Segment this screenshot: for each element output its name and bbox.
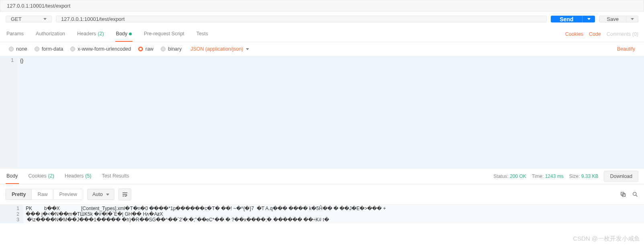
line-number: 1 [0,57,14,63]
beautify-link[interactable]: Beautify [617,46,635,52]
seg-pretty[interactable]: Pretty [6,189,31,200]
tab-headers[interactable]: Headers (2) [76,27,105,42]
headers-count: (2) [98,31,104,37]
save-button[interactable]: Save [599,16,626,22]
chevron-down-icon [587,18,591,20]
wrap-icon [122,191,128,198]
chevron-down-icon [43,18,47,20]
top-url-text: 127.0.0.1:10001/test/export [7,3,70,9]
status-label: Status: [493,174,508,179]
url-value: 127.0.0.1:10001/test/export [61,16,125,22]
resp-content[interactable]: PK b��X [Content_Types].xml�T�n�0 ����*1… [23,205,644,223]
tab-prerequest[interactable]: Pre-request Script [143,27,185,42]
body-type-row: none form-data x-www-form-urlencoded raw… [0,42,644,56]
response-toolbar: Pretty Raw Preview Auto [0,184,644,204]
send-button-group: Send [551,16,595,22]
radio-form-data[interactable]: form-data [35,46,63,52]
request-tabs: Params Authorization Headers (2) Body Pr… [6,27,209,42]
radio-xwww[interactable]: x-www-form-urlencoded [70,46,131,52]
time-value: 1243 ms [545,174,564,179]
size-value: 9.33 KB [581,174,599,179]
send-dropdown[interactable] [582,16,595,22]
cookies-link[interactable]: Cookies [565,31,583,37]
request-body-editor[interactable]: 1 {} [0,56,644,169]
size-label: Size: [569,174,580,179]
format-select[interactable]: Auto [87,189,114,200]
response-meta: Status: 200 OK Time: 1243 ms Size: 9.33 … [493,171,638,182]
copy-icon[interactable] [620,191,626,198]
method-label: GET [11,16,22,22]
line-number: 3 [0,217,19,223]
resp-tab-cookies[interactable]: Cookies (2) [28,169,55,184]
wrap-toggle[interactable] [119,188,131,200]
chevron-down-icon [106,194,109,196]
chevron-down-icon [631,18,634,20]
line-number: 1 [0,206,19,211]
response-body-editor[interactable]: 1 2 3 PK b��X [Content_Types].xml�T�n�0 … [0,204,644,223]
radio-icon [161,47,166,51]
tab-body[interactable]: Body [115,27,133,42]
top-url-bar: 127.0.0.1:10001/test/export [0,0,644,12]
svg-line-3 [636,195,637,196]
toolbar-right [620,191,638,198]
radio-binary[interactable]: binary [161,46,182,52]
radio-icon [35,47,39,51]
code-link[interactable]: Code [589,31,601,37]
time-label: Time: [532,174,544,179]
radio-icon [9,47,14,51]
editor-content[interactable]: {} [18,56,644,168]
resp-gutter: 1 2 3 [0,205,23,223]
resp-tab-headers[interactable]: Headers (5) [64,169,92,184]
tab-authorization[interactable]: Authorization [35,27,66,42]
tab-tests[interactable]: Tests [196,27,209,42]
response-tabs-row: Body Cookies (2) Headers (5) Test Result… [0,169,644,184]
tab-params[interactable]: Params [6,27,25,42]
radio-raw[interactable]: raw [138,46,153,52]
svg-point-2 [633,192,636,196]
http-method-select[interactable]: GET [6,16,52,22]
response-tabs: Body Cookies (2) Headers (5) Test Result… [6,169,130,184]
resp-tab-body[interactable]: Body [6,169,19,184]
content-type-select[interactable]: JSON (application/json) [190,46,249,52]
url-input[interactable]: 127.0.0.1:10001/test/export [56,16,547,22]
search-icon[interactable] [632,191,638,198]
radio-icon [70,47,75,51]
radio-none[interactable]: none [9,46,27,52]
editor-gutter: 1 [0,56,18,168]
request-tabs-row: Params Authorization Headers (2) Body Pr… [0,27,644,42]
status-value: 200 OK [510,174,526,179]
seg-preview[interactable]: Preview [53,189,82,200]
save-button-group: Save [599,16,638,22]
comments-link[interactable]: Comments (0) [607,31,638,37]
save-dropdown[interactable] [626,16,638,22]
view-mode-segments: Pretty Raw Preview [6,189,83,200]
radio-icon [138,47,143,51]
chevron-down-icon [246,48,249,50]
resp-headers-count: (5) [85,173,91,179]
request-tabs-right: Cookies Code Comments (0) [565,31,638,37]
seg-raw[interactable]: Raw [31,189,53,200]
download-button[interactable]: Download [604,171,638,182]
body-indicator-dot [129,33,132,35]
cookies-count: (2) [48,173,54,179]
resp-tab-testresults[interactable]: Test Results [101,169,130,184]
line-number: 2 [0,211,19,217]
send-button[interactable]: Send [551,16,582,22]
request-row: GET 127.0.0.1:10001/test/export Send Sav… [0,12,644,27]
